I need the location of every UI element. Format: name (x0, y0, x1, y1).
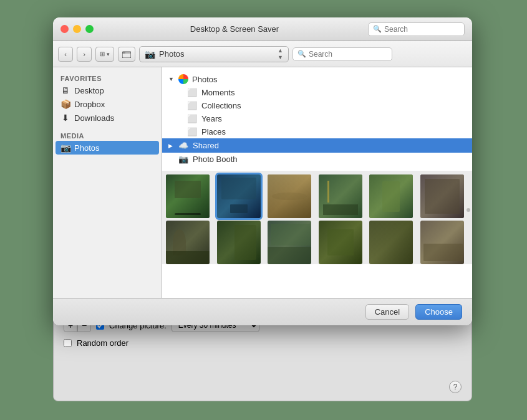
file-tree: ▼ Photos ⬜ Moments (162, 67, 472, 171)
photo-thumb-8[interactable] (217, 221, 261, 264)
new-folder-button[interactable] (118, 47, 135, 62)
help-button[interactable]: ? (449, 381, 462, 393)
toolbar-search-input[interactable] (309, 50, 387, 59)
years-item[interactable]: ⬜ Years (162, 112, 472, 125)
bottom-bar: Cancel Choose (53, 298, 472, 325)
photo-thumb-3[interactable] (268, 174, 311, 218)
toolbar: ‹ › ⊞ ▾ 📷 Photos ▲ ▼ (53, 41, 472, 67)
collections-icon: ⬜ (187, 101, 197, 110)
photobooth-item[interactable]: 📷 Photo Booth (162, 153, 472, 166)
photo-thumb-6[interactable] (420, 174, 464, 218)
sidebar-item-downloads-label: Downloads (74, 113, 114, 123)
cancel-button[interactable]: Cancel (365, 304, 409, 320)
favorites-header: Favorites (53, 72, 162, 84)
photobooth-label: Photo Booth (193, 155, 238, 164)
chevron-icon: ▲ ▼ (278, 47, 283, 60)
close-button[interactable] (60, 25, 69, 33)
sidebar-item-dropbox[interactable]: 📦 Dropbox (53, 97, 162, 111)
search-icon: 🔍 (373, 25, 382, 33)
expand-arrow-photos: ▼ (168, 76, 176, 82)
toolbar-search-box[interactable]: 🔍 (293, 47, 392, 61)
downloads-icon: ⬇ (60, 113, 70, 123)
minimize-button[interactable] (73, 25, 81, 33)
shared-cloud-icon: ☁️ (178, 141, 188, 150)
title-search-input[interactable] (384, 25, 460, 34)
collections-label: Collections (201, 101, 241, 110)
photobooth-icon: 📷 (178, 155, 188, 164)
sidebar-item-desktop-label: Desktop (74, 86, 104, 95)
expand-shared: ▶ (168, 143, 176, 149)
photo-thumb-1[interactable] (166, 174, 210, 218)
media-header: Media (53, 130, 162, 141)
maximize-button[interactable] (85, 25, 94, 33)
photo-thumb-4[interactable] (319, 174, 362, 218)
sidebar: Favorites 🖥 Desktop 📦 Dropbox ⬇ Download… (53, 67, 162, 298)
places-label: Places (201, 127, 226, 136)
title-search-box[interactable]: 🔍 (368, 22, 465, 36)
photos-root-icon (178, 74, 190, 84)
shared-item[interactable]: ▶ ☁️ Shared (162, 138, 472, 153)
photos-root-label: Photos (192, 75, 217, 84)
moments-icon: ⬜ (187, 88, 197, 97)
photo-thumb-7[interactable] (166, 221, 210, 264)
sidebar-item-dropbox-label: Dropbox (74, 100, 105, 109)
toolbar-search-icon: 🔍 (297, 50, 306, 58)
sidebar-item-downloads[interactable]: ⬇ Downloads (53, 111, 162, 125)
main-content: Favorites 🖥 Desktop 📦 Dropbox ⬇ Download… (53, 67, 472, 298)
window-controls (60, 25, 94, 33)
svg-rect-1 (122, 52, 125, 54)
photo-thumb-12[interactable] (420, 221, 464, 264)
photo-thumb-10[interactable] (319, 221, 362, 264)
location-label: Photos (159, 49, 278, 59)
sidebar-item-photos[interactable]: 📷 Photos (56, 141, 159, 155)
moments-item[interactable]: ⬜ Moments (162, 86, 472, 99)
title-bar: Desktop & Screen Saver 🔍 (53, 17, 472, 41)
photo-thumb-11[interactable] (369, 221, 413, 264)
random-order-checkbox[interactable] (64, 339, 72, 347)
photos-root-item[interactable]: ▼ Photos (162, 72, 472, 86)
places-icon: ⬜ (187, 127, 197, 136)
photo-thumb-5[interactable] (369, 174, 413, 218)
years-label: Years (201, 114, 222, 123)
places-item[interactable]: ⬜ Places (162, 125, 472, 138)
random-order-label: Random order (77, 338, 128, 348)
desktop-icon: 🖥 (60, 85, 70, 95)
choose-button[interactable]: Choose (415, 304, 462, 320)
photo-thumb-9[interactable] (268, 221, 311, 264)
file-content-area: ▼ Photos ⬜ Moments (162, 67, 472, 298)
window-title: Desktop & Screen Saver (101, 24, 368, 34)
photos-sidebar-icon: 📷 (60, 143, 70, 153)
photo-thumb-2[interactable] (217, 174, 261, 218)
shared-label: Shared (193, 141, 219, 150)
back-button[interactable]: ‹ (58, 47, 73, 62)
dropbox-icon: 📦 (60, 99, 70, 109)
moments-label: Moments (201, 88, 234, 97)
location-icon: 📷 (145, 49, 155, 59)
years-icon: ⬜ (187, 114, 197, 123)
view-toggle-button[interactable]: ⊞ ▾ (95, 47, 114, 62)
collections-item[interactable]: ⬜ Collections (162, 99, 472, 112)
location-selector[interactable]: 📷 Photos ▲ ▼ (139, 46, 289, 62)
file-picker-window: Desktop & Screen Saver 🔍 ‹ › ⊞ ▾ (53, 17, 472, 325)
sidebar-item-photos-label: Photos (74, 143, 99, 153)
forward-button[interactable]: › (77, 47, 92, 62)
sidebar-item-desktop[interactable]: 🖥 Desktop (53, 84, 162, 97)
